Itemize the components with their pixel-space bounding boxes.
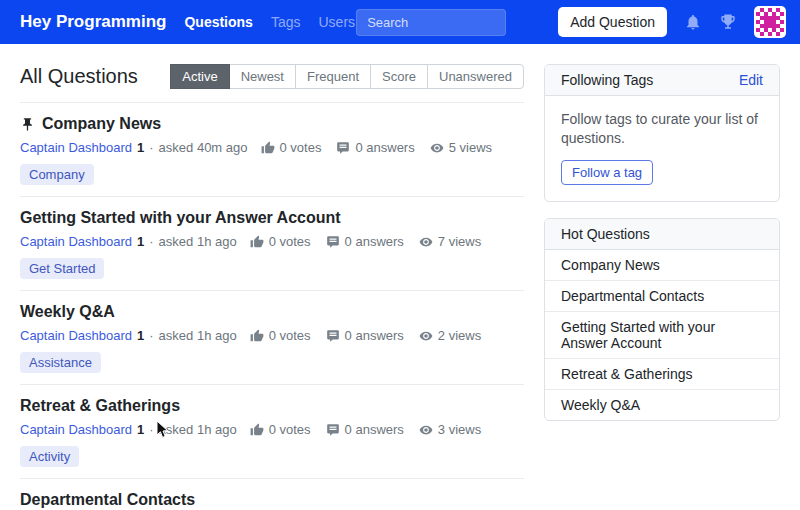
views-stat: 7 views bbox=[419, 234, 481, 249]
question-stats: 0 votes 0 answers 2 views bbox=[250, 328, 482, 343]
question-title[interactable]: Departmental Contacts bbox=[20, 491, 524, 509]
following-tags-title: Following Tags bbox=[561, 72, 653, 88]
follow-a-tag-button[interactable]: Follow a tag bbox=[561, 160, 653, 185]
author-link[interactable]: Captain Dashboard bbox=[20, 140, 132, 155]
votes-count: 0 votes bbox=[269, 328, 311, 343]
views-count: 2 views bbox=[438, 328, 481, 343]
search-bar bbox=[356, 9, 506, 36]
views-stat: 3 views bbox=[419, 422, 481, 437]
question-title-text: Departmental Contacts bbox=[20, 491, 195, 509]
hot-questions-card: Hot Questions Company News Departmental … bbox=[544, 218, 780, 421]
answer-bubble-icon bbox=[326, 329, 340, 343]
views-count: 3 views bbox=[438, 422, 481, 437]
meta-separator: · bbox=[149, 328, 153, 343]
thumbs-up-icon bbox=[250, 423, 264, 437]
answers-stat: 0 answers bbox=[326, 234, 404, 249]
meta-separator: · bbox=[149, 140, 153, 155]
question-tag[interactable]: Company bbox=[20, 164, 94, 185]
brand-logo[interactable]: Hey Programming bbox=[20, 12, 166, 32]
question-title[interactable]: Weekly Q&A bbox=[20, 303, 524, 321]
hot-question-item[interactable]: Getting Started with your Answer Account bbox=[545, 311, 779, 358]
meta-separator: · bbox=[149, 234, 153, 249]
author-reputation: 1 bbox=[137, 422, 144, 437]
edit-tags-link[interactable]: Edit bbox=[739, 72, 763, 88]
thumbs-up-icon bbox=[250, 329, 264, 343]
eye-icon bbox=[430, 141, 444, 155]
question-title[interactable]: Retreat & Gatherings bbox=[20, 397, 524, 415]
question-tag[interactable]: Get Started bbox=[20, 258, 104, 279]
thumbs-up-icon bbox=[250, 235, 264, 249]
answer-bubble-icon bbox=[326, 423, 340, 437]
question-title[interactable]: Company News bbox=[20, 115, 524, 133]
filter-button[interactable]: Frequent bbox=[295, 64, 371, 89]
question-title-text: Retreat & Gatherings bbox=[20, 397, 180, 415]
votes-stat: 0 votes bbox=[250, 234, 311, 249]
question-tag[interactable]: Assistance bbox=[20, 352, 101, 373]
question-item: Retreat & Gatherings Captain Dashboard 1… bbox=[20, 385, 524, 479]
hot-questions-list: Company News Departmental Contacts Getti… bbox=[545, 250, 779, 420]
nav-link[interactable]: Tags bbox=[271, 14, 301, 30]
answers-stat: 0 answers bbox=[326, 422, 404, 437]
author-link[interactable]: Captain Dashboard bbox=[20, 234, 132, 249]
following-tags-body: Follow tags to curate your list of quest… bbox=[545, 96, 779, 201]
add-question-button[interactable]: Add Question bbox=[558, 7, 667, 37]
filter-group: Active Newest Frequent Score Unanswered bbox=[171, 64, 524, 89]
author-reputation: 1 bbox=[137, 234, 144, 249]
views-count: 7 views bbox=[438, 234, 481, 249]
hot-question-item[interactable]: Departmental Contacts bbox=[545, 280, 779, 311]
question-title-text: Weekly Q&A bbox=[20, 303, 115, 321]
filter-button[interactable]: Score bbox=[370, 64, 428, 89]
sidebar: Following Tags Edit Follow tags to curat… bbox=[544, 64, 780, 437]
author-link[interactable]: Captain Dashboard bbox=[20, 328, 132, 343]
votes-stat: 0 votes bbox=[250, 422, 311, 437]
question-meta: Captain Dashboard 1 · asked 1h ago 0 vot… bbox=[20, 328, 524, 343]
search-input[interactable] bbox=[356, 9, 506, 36]
question-title-text: Getting Started with your Answer Account bbox=[20, 209, 341, 227]
trophy-icon[interactable] bbox=[719, 13, 737, 31]
hot-question-item[interactable]: Weekly Q&A bbox=[545, 389, 779, 420]
answers-count: 0 answers bbox=[355, 140, 414, 155]
question-list-panel: All Questions Active Newest Frequent Sco… bbox=[20, 64, 524, 510]
nav-link[interactable]: Users bbox=[318, 14, 355, 30]
hot-question-item[interactable]: Company News bbox=[545, 250, 779, 280]
question-item: Company News Captain Dashboard 1 · asked… bbox=[20, 103, 524, 197]
following-tags-header: Following Tags Edit bbox=[545, 65, 779, 96]
eye-icon bbox=[419, 235, 433, 249]
filter-button[interactable]: Unanswered bbox=[427, 64, 524, 89]
eye-icon bbox=[419, 329, 433, 343]
author-reputation: 1 bbox=[137, 328, 144, 343]
views-stat: 2 views bbox=[419, 328, 481, 343]
views-stat: 5 views bbox=[430, 140, 492, 155]
filter-button[interactable]: Newest bbox=[229, 64, 296, 89]
answers-count: 0 answers bbox=[345, 234, 404, 249]
hot-questions-header: Hot Questions bbox=[545, 219, 779, 250]
eye-icon bbox=[419, 423, 433, 437]
votes-count: 0 votes bbox=[269, 422, 311, 437]
thumbs-up-icon bbox=[261, 141, 275, 155]
question-title-text: Company News bbox=[42, 115, 161, 133]
meta-separator: · bbox=[149, 422, 153, 437]
question-tag[interactable]: Activity bbox=[20, 446, 79, 467]
asked-time: asked 1h ago bbox=[159, 328, 237, 343]
hot-question-item[interactable]: Retreat & Gatherings bbox=[545, 358, 779, 389]
question-item: Departmental Contacts Captain Dashboard … bbox=[20, 479, 524, 510]
question-meta: Captain Dashboard 1 · asked 40m ago 0 vo… bbox=[20, 140, 524, 155]
question-title[interactable]: Getting Started with your Answer Account bbox=[20, 209, 524, 227]
answers-stat: 0 answers bbox=[336, 140, 414, 155]
votes-count: 0 votes bbox=[269, 234, 311, 249]
nav-links: Questions Tags Users bbox=[184, 14, 355, 30]
avatar[interactable] bbox=[754, 6, 786, 38]
filter-button[interactable]: Active bbox=[170, 64, 229, 89]
nav-link[interactable]: Questions bbox=[184, 14, 252, 30]
question-stats: 0 votes 0 answers 5 views bbox=[261, 140, 493, 155]
author-link[interactable]: Captain Dashboard bbox=[20, 422, 132, 437]
main-header: All Questions Active Newest Frequent Sco… bbox=[20, 64, 524, 103]
bell-icon[interactable] bbox=[684, 13, 702, 31]
avatar-identicon bbox=[754, 6, 786, 38]
question-meta: Captain Dashboard 1 · asked 1h ago 0 vot… bbox=[20, 234, 524, 249]
asked-time: asked 40m ago bbox=[159, 140, 248, 155]
answers-count: 0 answers bbox=[345, 328, 404, 343]
author-reputation: 1 bbox=[137, 140, 144, 155]
views-count: 5 views bbox=[449, 140, 492, 155]
votes-stat: 0 votes bbox=[250, 328, 311, 343]
